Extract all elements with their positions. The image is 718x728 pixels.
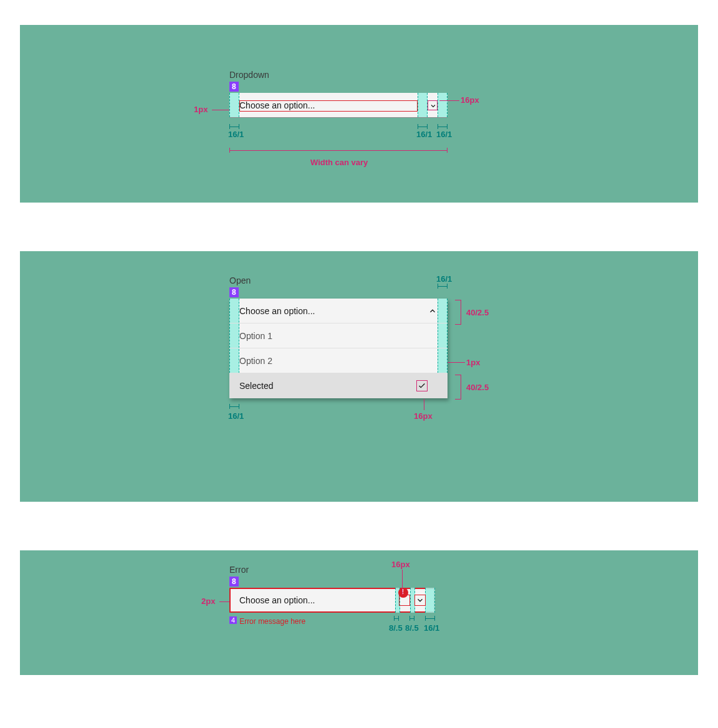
dropdown-field[interactable]: Choose an option... xyxy=(229,93,448,118)
padding-guide-right xyxy=(438,93,448,117)
open-pad-bottom-bracket xyxy=(229,404,239,409)
err-16px-label: 16px xyxy=(391,560,410,569)
width-tick-r xyxy=(447,148,448,153)
bracket-pad-c xyxy=(438,124,448,129)
bracket-pad-a xyxy=(229,124,239,129)
row-height-bracket-1 xyxy=(455,300,461,325)
err-brk-c xyxy=(425,616,435,621)
chevron-bounds xyxy=(428,100,438,110)
dropdown-option-2[interactable]: Option 2 xyxy=(229,348,448,373)
dropdown-open[interactable]: Choose an option... Option 1 Option 2 Se… xyxy=(229,299,448,398)
err-pad-a-label: 8/.5 xyxy=(389,623,403,633)
width-label: Width can vary xyxy=(310,158,368,167)
err-pad-right xyxy=(425,588,435,613)
dropdown-label: Dropdown xyxy=(229,70,448,80)
measure-2px-line xyxy=(219,601,229,602)
measure-1px-label: 1px xyxy=(194,105,208,114)
option1-text: Option 1 xyxy=(239,331,272,341)
err-pad-b-label: 8/.5 xyxy=(405,623,419,633)
bracket-pad-b xyxy=(418,124,428,129)
dropdown-option-selected[interactable]: Selected xyxy=(229,373,448,398)
dropdown-error-field[interactable]: Choose an option... xyxy=(229,588,435,613)
option2-text: Option 2 xyxy=(239,356,272,366)
err-16px-line xyxy=(402,570,403,595)
padding-guide-left xyxy=(229,93,239,117)
err-brk-a xyxy=(394,616,399,621)
dropdown-open-spec: Open 8 Choose an option... Option 1 Opti… xyxy=(229,275,448,398)
measure-16px-label: 16px xyxy=(461,95,479,105)
dropdown-header-row[interactable]: Choose an option... xyxy=(229,299,448,323)
text-bounds xyxy=(239,100,418,112)
open-pad-top-bracket xyxy=(438,284,448,289)
checkmark-bounds xyxy=(416,380,428,391)
spec-badge-8: 8 xyxy=(229,82,239,92)
divider-1px-label: 1px xyxy=(466,358,480,367)
error-icon-bounds xyxy=(399,595,410,606)
pad-b-label: 16/1 xyxy=(416,130,432,139)
spec-badge-4: 4 xyxy=(229,616,237,624)
spec-badge-8-error: 8 xyxy=(229,577,239,587)
dropdown-closed-spec: Dropdown 8 Choose an option... xyxy=(229,70,448,118)
row-height-label-1: 40/2.5 xyxy=(466,308,489,317)
pad-a-label: 16/1 xyxy=(228,130,244,139)
width-line xyxy=(229,150,448,151)
measure-1px-line xyxy=(212,110,229,110)
error-chevron-bounds xyxy=(414,595,426,606)
row-height-bracket-2 xyxy=(455,375,461,400)
row-height-label-2: 40/2.5 xyxy=(466,383,489,392)
err-pad-c-label: 16/1 xyxy=(424,623,439,633)
open-pad-bottom-label: 16/1 xyxy=(228,411,244,421)
err-brk-b xyxy=(409,616,414,621)
pad-c-label: 16/1 xyxy=(436,130,452,139)
chevron-up-icon xyxy=(428,306,438,316)
measure-16px-line xyxy=(439,100,459,101)
check-line xyxy=(424,399,424,410)
dropdown-header-text: Choose an option... xyxy=(239,306,315,316)
measure-2px-label: 2px xyxy=(201,596,215,606)
open-label: Open xyxy=(229,275,448,285)
divider-line xyxy=(448,362,465,363)
dropdown-option-1[interactable]: Option 1 xyxy=(229,323,448,348)
error-placeholder: Choose an option... xyxy=(239,595,315,605)
selected-text: Selected xyxy=(239,381,273,391)
dropdown-error-spec: Error 8 Choose an option... 4 Error mess… xyxy=(229,565,435,626)
check-16px-label: 16px xyxy=(414,411,433,421)
error-message: Error message here xyxy=(239,617,305,626)
spec-badge-8-open: 8 xyxy=(229,287,239,297)
width-tick-l xyxy=(229,148,230,153)
open-pad-top-label: 16/1 xyxy=(436,274,452,284)
chevron-down-icon xyxy=(428,101,438,111)
